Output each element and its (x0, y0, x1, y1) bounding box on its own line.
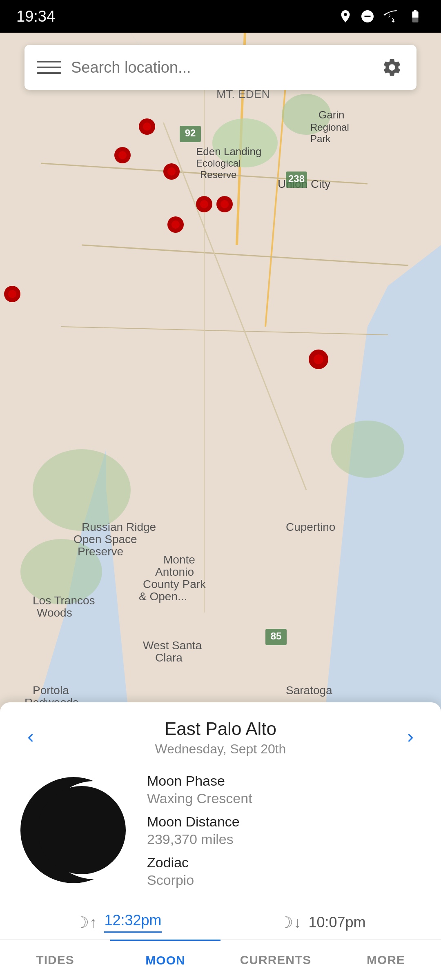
times-row: ☽↑ 12:32pm ☽↓ 10:07pm (0, 908, 441, 939)
prev-day-button[interactable] (16, 724, 45, 752)
svg-text:238: 238 (288, 173, 305, 184)
svg-text:Preserve: Preserve (78, 545, 123, 558)
svg-text:85: 85 (271, 630, 282, 641)
moon-info: Moon Phase Waxing Crescent Moon Distance… (147, 769, 425, 888)
svg-point-41 (8, 290, 16, 298)
svg-text:West Santa: West Santa (143, 639, 202, 652)
location-icon (338, 9, 353, 24)
bottom-nav-indicator (188, 969, 253, 973)
svg-text:Los Trancos: Los Trancos (33, 594, 95, 607)
svg-point-31 (167, 167, 176, 176)
svg-text:& Open...: & Open... (139, 590, 187, 603)
svg-text:Russian Ridge: Russian Ridge (82, 521, 156, 533)
svg-point-29 (118, 151, 127, 159)
tab-tides[interactable]: TIDES (0, 940, 110, 980)
wifi-icon (382, 9, 399, 24)
card-location: East Palo Alto (155, 719, 286, 739)
settings-icon (381, 57, 403, 78)
svg-text:Park: Park (310, 133, 331, 144)
svg-point-37 (172, 220, 180, 229)
svg-point-39 (314, 354, 323, 364)
svg-point-35 (220, 200, 229, 208)
moonrise-icon: ☽↑ (75, 913, 97, 931)
bottom-card: East Palo Alto Wednesday, Sept 20th Moon… (0, 702, 441, 980)
svg-text:Antonio: Antonio (155, 566, 194, 578)
svg-text:Portola: Portola (33, 684, 69, 697)
svg-text:Clara: Clara (155, 651, 183, 664)
card-date: Wednesday, Sept 20th (155, 742, 286, 757)
moon-illustration (16, 773, 131, 887)
svg-text:Garin: Garin (318, 109, 345, 121)
card-content: Moon Phase Waxing Crescent Moon Distance… (0, 761, 441, 908)
moonrise-value: 12:32pm (104, 912, 161, 933)
status-time: 19:34 (16, 8, 55, 25)
menu-button[interactable] (37, 55, 61, 80)
bottom-tabs: TIDES MOON CURRENTS MORE (0, 939, 441, 980)
card-header: East Palo Alto Wednesday, Sept 20th (0, 702, 441, 761)
svg-text:Open Space: Open Space (74, 533, 137, 546)
status-icons (338, 9, 425, 24)
moonset-value: 10:07pm (308, 914, 365, 931)
tab-currents[interactable]: CURRENTS (220, 940, 331, 980)
svg-text:Eden Landing: Eden Landing (196, 145, 261, 158)
settings-button[interactable] (380, 55, 404, 80)
tab-moon[interactable]: MOON (110, 940, 220, 980)
tab-more[interactable]: MORE (331, 940, 441, 980)
svg-point-33 (200, 200, 208, 208)
svg-point-67 (38, 786, 126, 874)
moon-distance-value: 239,370 miles (147, 831, 425, 847)
svg-text:Woods: Woods (37, 606, 72, 619)
svg-text:Regional: Regional (310, 122, 349, 133)
svg-text:Saratoga: Saratoga (286, 684, 332, 697)
moon-phase-value: Waxing Crescent (147, 791, 425, 806)
card-title-block: East Palo Alto Wednesday, Sept 20th (155, 719, 286, 757)
search-bar (24, 45, 416, 90)
svg-text:County Park: County Park (143, 578, 206, 590)
moonset-time: ☽↓ 10:07pm (220, 913, 425, 931)
svg-text:Cupertino: Cupertino (286, 521, 335, 533)
zodiac-label: Zodiac (147, 855, 425, 871)
dnd-icon (360, 9, 375, 24)
moon-phase-label: Moon Phase (147, 773, 425, 789)
status-bar: 19:34 (0, 0, 441, 33)
svg-text:92: 92 (185, 127, 196, 138)
battery-icon (406, 9, 425, 24)
next-day-button[interactable] (396, 724, 425, 752)
zodiac-value: Scorpio (147, 872, 425, 888)
moonrise-time: ☽↑ 12:32pm (16, 912, 220, 933)
svg-point-27 (143, 122, 151, 131)
svg-text:Ecological: Ecological (196, 158, 241, 169)
svg-text:Reserve: Reserve (200, 169, 236, 180)
moon-distance-label: Moon Distance (147, 814, 425, 830)
moonset-icon: ☽↓ (279, 913, 301, 931)
svg-point-14 (331, 421, 404, 478)
svg-text:Monte: Monte (163, 553, 195, 566)
svg-point-12 (33, 449, 131, 531)
search-input[interactable] (71, 59, 370, 76)
